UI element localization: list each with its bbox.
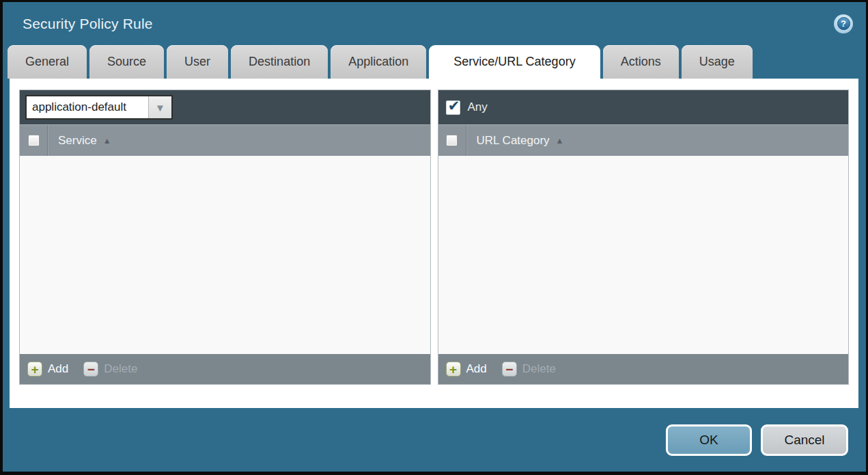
checkmark-icon: ✔ <box>448 98 460 113</box>
help-icon: ? <box>837 17 850 30</box>
security-policy-rule-dialog: Security Policy Rule ? General Source Us… <box>0 0 868 475</box>
sort-ascending-icon[interactable]: ▲ <box>556 136 564 146</box>
tab-user[interactable]: User <box>167 45 228 79</box>
tab-usage[interactable]: Usage <box>682 45 753 79</box>
dialog-titlebar: Security Policy Rule ? <box>3 2 866 45</box>
help-button[interactable]: ? <box>834 14 853 33</box>
dropdown-arrow-button[interactable]: ▼ <box>148 96 171 118</box>
service-column-header[interactable]: Service <box>58 134 97 148</box>
service-select-all-checkbox[interactable] <box>28 135 40 146</box>
delete-button-label: Delete <box>104 362 137 376</box>
service-list <box>20 156 430 354</box>
tab-source[interactable]: Source <box>89 45 164 79</box>
dialog-title: Security Policy Rule <box>23 16 153 32</box>
add-button-label: Add <box>466 362 487 376</box>
tab-destination[interactable]: Destination <box>231 45 328 79</box>
add-button-label: Add <box>48 362 68 376</box>
sort-ascending-icon[interactable]: ▲ <box>103 136 111 146</box>
url-category-select-all-checkbox[interactable] <box>446 135 458 146</box>
service-table-header: Service ▲ <box>20 124 430 156</box>
url-category-table-header: URL Category ▲ <box>438 124 849 156</box>
delete-minus-icon: − <box>502 362 517 377</box>
url-category-panel: ✔ Any URL Category ▲ + Add − <box>438 90 850 385</box>
url-category-footer-bar: + Add − Delete <box>438 354 849 384</box>
chevron-down-icon: ▼ <box>155 102 165 113</box>
url-category-column-header[interactable]: URL Category <box>477 134 550 148</box>
ok-button[interactable]: OK <box>666 424 752 456</box>
delete-button-label: Delete <box>522 362 556 376</box>
any-label: Any <box>468 100 488 114</box>
service-panel: application-default ▼ Service ▲ + Add <box>19 90 431 385</box>
add-plus-icon: + <box>27 362 42 377</box>
tab-strip: General Source User Destination Applicat… <box>3 45 866 79</box>
url-category-toolbar: ✔ Any <box>438 90 849 124</box>
service-delete-button[interactable]: − Delete <box>83 362 137 377</box>
service-toolbar: application-default ▼ <box>20 90 430 124</box>
service-type-dropdown-value[interactable]: application-default <box>27 96 148 118</box>
tab-actions[interactable]: Actions <box>603 45 679 79</box>
any-checkbox[interactable]: ✔ <box>446 100 460 115</box>
tab-content-area: application-default ▼ Service ▲ + Add <box>10 79 858 408</box>
dialog-button-row: OK Cancel <box>3 408 866 472</box>
add-plus-icon: + <box>446 362 461 377</box>
url-category-add-button[interactable]: + Add <box>446 362 487 377</box>
tab-service-url-category[interactable]: Service/URL Category <box>429 45 600 79</box>
tab-application[interactable]: Application <box>331 45 426 79</box>
service-select-all-cell <box>20 125 48 156</box>
cancel-button[interactable]: Cancel <box>761 424 848 456</box>
url-category-list <box>438 156 849 354</box>
service-type-dropdown[interactable]: application-default ▼ <box>25 95 173 120</box>
service-add-button[interactable]: + Add <box>27 362 68 377</box>
url-category-delete-button[interactable]: − Delete <box>502 362 556 377</box>
service-footer-bar: + Add − Delete <box>20 354 430 384</box>
delete-minus-icon: − <box>83 362 98 377</box>
tab-general[interactable]: General <box>8 45 87 79</box>
url-category-select-all-cell <box>438 125 466 156</box>
any-checkbox-row[interactable]: ✔ Any <box>444 100 488 115</box>
